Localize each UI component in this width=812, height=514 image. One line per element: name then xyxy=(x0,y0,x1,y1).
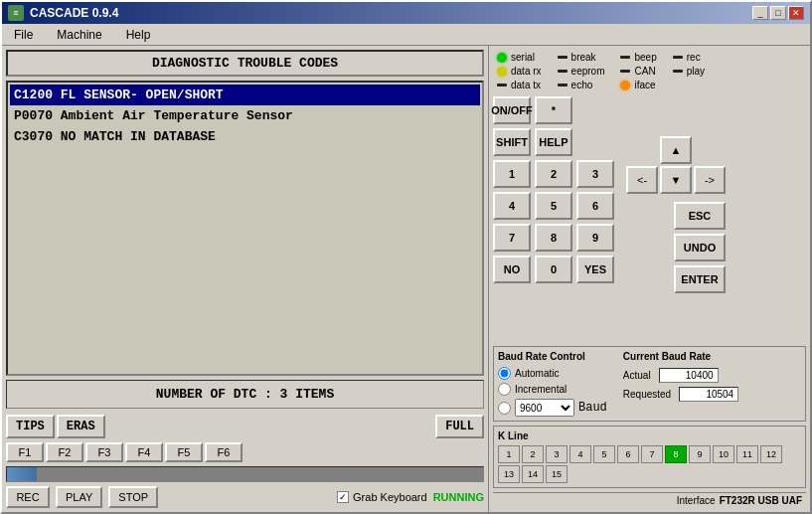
star-button[interactable]: * xyxy=(535,96,572,124)
actual-baud-row: Actual 10400 xyxy=(623,368,738,383)
maximize-button[interactable]: □ xyxy=(770,6,786,20)
iface-led xyxy=(620,81,630,90)
progress-area xyxy=(6,466,484,482)
actual-label: Actual xyxy=(623,370,651,381)
incremental-label: Incremental xyxy=(515,384,567,395)
auto-radio-item[interactable]: Automatic xyxy=(498,367,607,380)
menu-help[interactable]: Help xyxy=(118,26,159,44)
dtc-item-0[interactable]: C1200 FL SENSOR- OPEN/SHORT xyxy=(10,85,480,105)
enter-button[interactable]: ENTER xyxy=(674,265,726,293)
key-7[interactable]: 7 xyxy=(493,224,531,252)
indicator-data-tx: data tx xyxy=(497,80,542,90)
f6-button[interactable]: F6 xyxy=(205,442,243,462)
dtc-item-1[interactable]: P0070 Ambient Air Temperature Sensor xyxy=(10,105,480,126)
kline-btn-12[interactable]: 12 xyxy=(760,445,782,463)
left-arrow-button[interactable]: <- xyxy=(626,166,658,194)
minimize-button[interactable]: _ xyxy=(752,6,768,20)
baud-section: Baud Rate Control Automatic Incremental … xyxy=(493,346,806,422)
indicator-group-2: break eeprom echo xyxy=(558,52,605,90)
erase-button[interactable]: ERAS xyxy=(57,415,105,438)
f2-button[interactable]: F2 xyxy=(46,442,83,462)
custom-baud-radio[interactable] xyxy=(498,402,511,415)
kline-btn-6[interactable]: 6 xyxy=(617,445,639,463)
interface-bar: Interface FT232R USB UAF xyxy=(493,492,806,508)
onoff-button[interactable]: ON/OFF xyxy=(493,96,531,124)
grab-keyboard-checkbox[interactable]: ✓ xyxy=(337,491,349,503)
baud-left: Baud Rate Control Automatic Incremental … xyxy=(498,351,607,417)
incremental-radio[interactable] xyxy=(498,383,511,396)
indicator-data-rx: data rx xyxy=(497,66,542,77)
kline-btn-14[interactable]: 14 xyxy=(522,465,544,483)
key-6[interactable]: 6 xyxy=(576,192,614,220)
f4-button[interactable]: F4 xyxy=(125,442,163,462)
indicator-play: play xyxy=(673,66,705,77)
break-led xyxy=(558,56,568,59)
stop-button[interactable]: STOP xyxy=(108,486,158,508)
incr-radio-item[interactable]: Incremental xyxy=(498,383,607,396)
kline-section: K Line 1 2 3 4 5 6 7 8 9 10 11 12 13 14 … xyxy=(493,426,806,488)
echo-led xyxy=(558,84,568,86)
requested-baud-row: Requested 10504 xyxy=(623,387,738,402)
kline-btn-5[interactable]: 5 xyxy=(593,445,615,463)
indicator-group-4: rec play xyxy=(673,52,705,90)
right-arrow-button[interactable]: -> xyxy=(694,166,726,194)
automatic-radio[interactable] xyxy=(498,367,511,380)
arrow-grid: ▲ <- ▼ -> xyxy=(626,136,726,194)
baud-select[interactable]: 9600 19200 38400 xyxy=(515,399,574,417)
kline-btn-13[interactable]: 13 xyxy=(498,465,520,483)
menu-machine[interactable]: Machine xyxy=(49,26,109,44)
kline-btn-1[interactable]: 1 xyxy=(498,445,520,463)
main-window: ≡ CASCADE 0.9.4 _ □ ✕ File Machine Help … xyxy=(0,0,812,514)
f1-button[interactable]: F1 xyxy=(6,442,44,462)
actual-value: 10400 xyxy=(659,368,719,383)
key-3[interactable]: 3 xyxy=(576,160,614,188)
key-8[interactable]: 8 xyxy=(535,224,572,252)
key-1[interactable]: 1 xyxy=(493,160,531,188)
up-arrow-button[interactable]: ▲ xyxy=(660,136,692,164)
yes-button[interactable]: YES xyxy=(576,256,614,283)
undo-button[interactable]: UNDO xyxy=(674,234,726,261)
echo-label: echo xyxy=(571,80,593,90)
dtc-item-2[interactable]: C3070 NO MATCH IN DATABASE xyxy=(10,126,480,147)
key-0[interactable]: 0 xyxy=(535,256,572,283)
no-button[interactable]: NO xyxy=(493,256,531,283)
esc-button[interactable]: ESC xyxy=(674,202,726,230)
current-baud-title: Current Baud Rate xyxy=(623,351,738,362)
indicator-beep: beep xyxy=(620,52,656,63)
baud-title: Baud Rate Control xyxy=(498,351,607,362)
data-tx-label: data tx xyxy=(511,80,541,90)
interface-label: Interface xyxy=(677,495,716,506)
full-button[interactable]: FULL xyxy=(435,415,484,438)
kline-btn-7[interactable]: 7 xyxy=(641,445,663,463)
tips-button[interactable]: TIPS xyxy=(6,415,55,438)
shift-button[interactable]: SHIFT xyxy=(493,128,531,156)
kline-btn-9[interactable]: 9 xyxy=(689,445,711,463)
menu-file[interactable]: File xyxy=(6,26,41,44)
kline-btn-4[interactable]: 4 xyxy=(569,445,591,463)
window-controls: _ □ ✕ xyxy=(752,6,804,20)
kline-btn-8[interactable]: 8 xyxy=(665,445,687,463)
grab-keyboard-area[interactable]: ✓ Grab Keyboard xyxy=(337,491,427,503)
f5-button[interactable]: F5 xyxy=(165,442,203,462)
kline-btn-11[interactable]: 11 xyxy=(736,445,758,463)
kline-btn-2[interactable]: 2 xyxy=(522,445,544,463)
down-arrow-button[interactable]: ▼ xyxy=(660,166,692,194)
serial-label: serial xyxy=(511,52,535,63)
keypad-section: ON/OFF * SHIFT HELP 1 2 3 4 xyxy=(493,96,806,342)
key-5[interactable]: 5 xyxy=(535,192,572,220)
app-icon: ≡ xyxy=(8,5,24,21)
rec-button[interactable]: REC xyxy=(6,486,50,508)
indicator-eeprom: eeprom xyxy=(558,66,605,77)
key-9[interactable]: 9 xyxy=(576,224,614,252)
kline-btn-15[interactable]: 15 xyxy=(546,465,568,483)
f3-button[interactable]: F3 xyxy=(85,442,123,462)
close-button[interactable]: ✕ xyxy=(788,6,804,20)
kline-btn-10[interactable]: 10 xyxy=(713,445,734,463)
key-4[interactable]: 4 xyxy=(493,192,531,220)
serial-led xyxy=(497,53,507,63)
help-button[interactable]: HELP xyxy=(535,128,572,156)
play-button[interactable]: PLAY xyxy=(56,486,102,508)
keypad-row-456: 4 5 6 xyxy=(493,192,614,220)
kline-btn-3[interactable]: 3 xyxy=(546,445,568,463)
key-2[interactable]: 2 xyxy=(535,160,572,188)
